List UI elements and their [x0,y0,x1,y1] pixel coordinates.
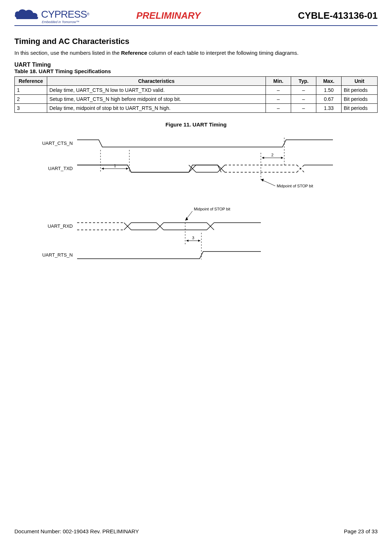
signal-label-cts: UART_CTS_N [42,141,73,146]
cell-char: Delay time, midpoint of stop bit to UART… [47,104,266,113]
midpoint-label-bottom: Midpoint of STOP bit [194,207,230,211]
th-max: Max. [316,77,342,86]
cell-typ: – [291,86,316,95]
cell-min: – [266,104,291,113]
waveform-cts [77,140,333,147]
th-reference: Reference [15,77,47,86]
arrowhead-icon [261,179,264,182]
intro-suffix: column of each table to interpret the fo… [147,50,299,56]
marker-2: 2 [271,153,273,157]
page-container: CYPRESS® Embedded in Tomorrow™ PRELIMINA… [0,0,392,543]
th-typ: Typ. [291,77,316,86]
footer-right: Page 23 of 33 [344,528,378,534]
page-footer: Document Number: 002-19043 Rev. PRELIMIN… [14,528,378,534]
cell-typ: – [291,104,316,113]
uart-timing-diagram: UART_CTS_N UART_TXD [37,133,355,277]
table-header-row: Reference Characteristics Min. Typ. Max.… [15,77,378,86]
cell-unit: Bit periods [342,95,378,104]
cell-max: 1.50 [316,86,342,95]
table-row: 1 Delay time, UART_CTS_N low to UART_TXD… [15,86,378,95]
section-title: Timing and AC Characteristics [14,37,378,46]
header-preliminary: PRELIMINARY [39,10,298,21]
cell-typ: – [291,95,316,104]
cypress-logo-icon [14,7,40,22]
midpoint-label-top: Midpoint of STOP bit [277,184,313,188]
intro-text: In this section, use the numbers listed … [14,50,378,56]
page-header: CYPRESS® Embedded in Tomorrow™ PRELIMINA… [14,7,378,26]
signal-label-rxd: UART_RXD [48,223,73,229]
table-caption: Table 18. UART Timing Specifications [14,68,378,74]
cell-ref: 3 [15,104,47,113]
cell-max: 0.67 [316,95,342,104]
cell-unit: Bit periods [342,104,378,113]
intro-bold: Reference [121,50,147,56]
cell-min: – [266,86,291,95]
table-row: 3 Delay time, midpoint of stop bit to UA… [15,104,378,113]
cell-min: – [266,95,291,104]
signal-label-rts: UART_RTS_N [42,252,73,258]
uart-timing-table: Reference Characteristics Min. Typ. Max.… [14,76,378,113]
cell-ref: 1 [15,86,47,95]
th-unit: Unit [342,77,378,86]
footer-left: Document Number: 002-19043 Rev. PRELIMIN… [14,528,139,534]
waveform-rts [77,252,261,259]
signal-label-txd: UART_TXD [48,166,73,171]
header-part-number: CYBLE-413136-01 [298,10,378,21]
waveform-rxd [77,223,261,230]
cell-char: Delay time, UART_CTS_N low to UART_TXD v… [47,86,266,95]
table-row: 2 Setup time, UART_CTS_N high before mid… [15,95,378,104]
waveform-txd-upper [77,165,221,172]
cell-ref: 2 [15,95,47,104]
subsection-title: UART Timing [14,62,378,68]
cell-max: 1.33 [316,104,342,113]
marker-3: 3 [192,236,194,240]
figure-caption: Figure 11. UART Timing [14,121,378,128]
cell-unit: Bit periods [342,86,378,95]
th-min: Min. [266,77,291,86]
th-characteristics: Characteristics [47,77,266,86]
intro-prefix: In this section, use the numbers listed … [14,50,121,56]
marker-1: 1 [114,164,116,168]
cell-char: Setup time, UART_CTS_N high before midpo… [47,95,266,104]
